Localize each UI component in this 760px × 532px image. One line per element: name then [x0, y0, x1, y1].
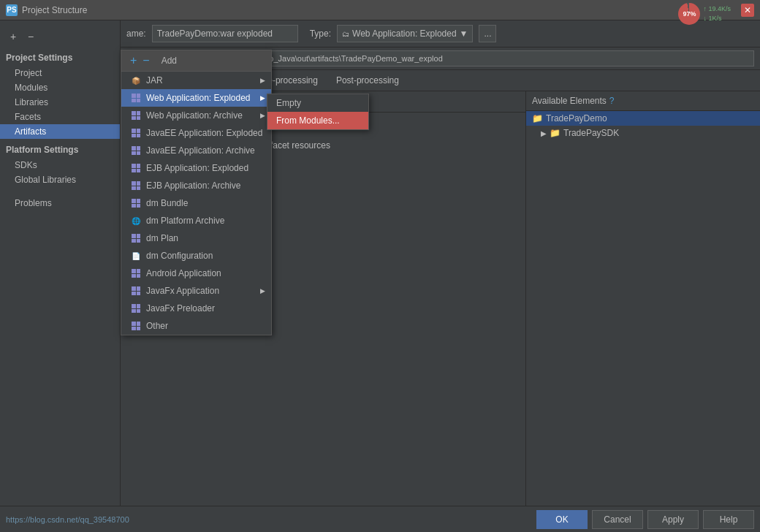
javaee-exploded-icon: [130, 127, 142, 139]
jar-icon: 📦: [130, 75, 142, 86]
sidebar-item-facets[interactable]: Facets: [0, 110, 120, 124]
footer-url: https://blog.csdn.net/qq_39548700: [6, 515, 532, 524]
web-exploded-label: Web Application: Exploded: [146, 93, 251, 103]
app-icon: PS: [6, 4, 18, 16]
add-menu-title: Add: [162, 56, 177, 66]
add-menu-item-dm-config[interactable]: 📄 dm Configuration: [121, 247, 271, 265]
sidebar-item-artifacts[interactable]: Artifacts: [0, 124, 120, 139]
type-icon: 🗂: [342, 30, 349, 38]
web-archive-label: Web Application: Archive: [146, 110, 243, 121]
sidebar: + − Project Settings Project Modules Lib…: [0, 20, 121, 532]
name-input[interactable]: [152, 25, 298, 42]
dm-platform-label: dm Platform Archive: [146, 216, 224, 226]
add-menu-item-dm-platform[interactable]: 🌐 dm Platform Archive: [121, 212, 271, 229]
add-menu-item-web-exploded[interactable]: Web Application: Exploded: [121, 89, 271, 107]
main-layout: + − Project Settings Project Modules Lib…: [0, 20, 760, 532]
cpu-circle: 97%: [678, 3, 700, 25]
javaee-exploded-label: JavaEE Application: Exploded: [146, 128, 262, 138]
top-bar: ame: Type: 🗂 Web Application: Exploded ▼…: [121, 20, 760, 48]
web-archive-icon: [130, 110, 142, 121]
sidebar-item-modules[interactable]: Modules: [0, 80, 120, 95]
close-button[interactable]: ✕: [741, 4, 754, 17]
add-menu-item-web-archive[interactable]: Web Application: Archive: [121, 107, 271, 124]
elements-item-tradepaysdk[interactable]: ▶ 📁 TradePaySDK: [526, 126, 760, 140]
dm-bundle-icon: [130, 197, 142, 209]
elements-title: Available Elements: [532, 96, 607, 106]
submenu-item-from-modules[interactable]: From Modules...: [267, 112, 368, 129]
other-label: Other: [146, 321, 168, 331]
javafx-label: JavaFx Application: [146, 286, 219, 296]
android-icon: [130, 267, 142, 279]
dm-plan-label: dm Plan: [146, 233, 178, 243]
sidebar-item-project[interactable]: Project: [0, 66, 120, 80]
add-menu-item-javaee-archive[interactable]: JavaEE Application: Archive: [121, 142, 271, 159]
elements-help-icon[interactable]: ?: [609, 96, 615, 106]
add-menu-remove-btn[interactable]: −: [142, 54, 149, 67]
elements-tradepaysdk-label: TradePaySDK: [563, 128, 619, 138]
android-label: Android Application: [146, 268, 221, 278]
type-dropdown[interactable]: 🗂 Web Application: Exploded ▼: [337, 25, 473, 42]
ejb-archive-icon: [130, 180, 142, 191]
ejb-exploded-label: EJB Application: Exploded: [146, 163, 248, 173]
sidebar-item-global-libraries[interactable]: Global Libraries: [0, 172, 120, 187]
sidebar-toolbar: + −: [0, 26, 120, 47]
elements-tradepay-icon: 📁: [532, 113, 543, 123]
ejb-archive-label: EJB Application: Archive: [146, 180, 240, 191]
javafx-preloader-label: JavaFx Preloader: [146, 303, 215, 314]
dm-config-label: dm Configuration: [146, 251, 213, 261]
help-button[interactable]: Help: [703, 510, 754, 529]
type-value: Web Application: Exploded: [352, 28, 457, 39]
add-menu-header: + − Add: [121, 50, 271, 72]
submenu: Empty From Modules...: [267, 94, 369, 130]
dm-bundle-label: dm Bundle: [146, 198, 188, 208]
ejb-exploded-icon: [130, 162, 142, 174]
javaee-archive-label: JavaEE Application: Archive: [146, 145, 255, 156]
ok-button[interactable]: OK: [536, 510, 588, 529]
net-stats: ↑ 19.4K/s ↓ 1K/s: [703, 4, 731, 23]
elements-header: Available Elements ?: [526, 91, 760, 111]
other-icon: [130, 320, 142, 332]
add-menu-item-javaee-exploded[interactable]: JavaEE Application: Exploded: [121, 124, 271, 142]
add-menu: + − Add 📦 JAR Web Application: Exploded …: [121, 50, 272, 335]
elements-item-tradepay[interactable]: 📁 TradePayDemo: [526, 111, 760, 126]
add-menu-item-ejb-archive[interactable]: EJB Application: Archive: [121, 177, 271, 194]
platform-settings-title: Platform Settings: [0, 139, 120, 158]
add-menu-item-javafx[interactable]: JavaFx Application: [121, 282, 271, 300]
web-exploded-icon: [130, 92, 142, 104]
cpu-indicator: 97% ↑ 19.4K/s ↓ 1K/s: [678, 3, 731, 25]
sidebar-item-problems[interactable]: Problems: [0, 196, 120, 210]
elements-expand-icon: ▶: [541, 129, 547, 137]
sidebar-add-button[interactable]: +: [6, 29, 20, 44]
cancel-button[interactable]: Cancel: [592, 510, 643, 529]
javaee-archive-icon: [130, 145, 142, 156]
submenu-item-empty[interactable]: Empty: [267, 94, 368, 112]
elements-tradepaysdk-icon: 📁: [550, 128, 560, 138]
add-menu-item-dm-plan[interactable]: dm Plan: [121, 229, 271, 247]
jar-label: JAR: [146, 75, 163, 86]
dm-plan-icon: [130, 232, 142, 244]
more-button[interactable]: ...: [479, 25, 496, 42]
add-menu-item-ejb-exploded[interactable]: EJB Application: Exploded: [121, 159, 271, 177]
name-label: ame:: [126, 28, 146, 39]
type-label: Type:: [310, 28, 331, 39]
apply-button[interactable]: Apply: [647, 510, 699, 529]
project-settings-title: Project Settings: [0, 50, 120, 66]
sidebar-item-libraries[interactable]: Libraries: [0, 95, 120, 110]
add-menu-item-javafx-preloader[interactable]: JavaFx Preloader: [121, 300, 271, 317]
add-menu-container: + − Add 📦 JAR Web Application: Exploded …: [121, 50, 272, 335]
add-menu-item-android[interactable]: Android Application: [121, 265, 271, 282]
add-menu-item-other[interactable]: Other: [121, 317, 271, 335]
add-menu-item-jar[interactable]: 📦 JAR: [121, 72, 271, 89]
dm-config-icon: 📄: [130, 250, 142, 262]
add-menu-item-dm-bundle[interactable]: dm Bundle: [121, 194, 271, 212]
dm-platform-icon: 🌐: [130, 215, 142, 227]
javafx-preloader-icon: [130, 303, 142, 314]
title-bar: PS Project Structure 97% ↑ 19.4K/s ↓ 1K/…: [0, 0, 760, 20]
window-title: Project Structure: [22, 5, 87, 15]
elements-tradepay-label: TradePayDemo: [546, 113, 607, 123]
sidebar-item-sdks[interactable]: SDKs: [0, 158, 120, 172]
sidebar-remove-button[interactable]: −: [23, 29, 38, 44]
add-menu-add-btn[interactable]: +: [130, 54, 137, 67]
output-right-panel: Available Elements ? 📁 TradePayDemo ▶ 📁 …: [526, 91, 760, 508]
tab-postprocessing[interactable]: Post-processing: [327, 71, 408, 90]
